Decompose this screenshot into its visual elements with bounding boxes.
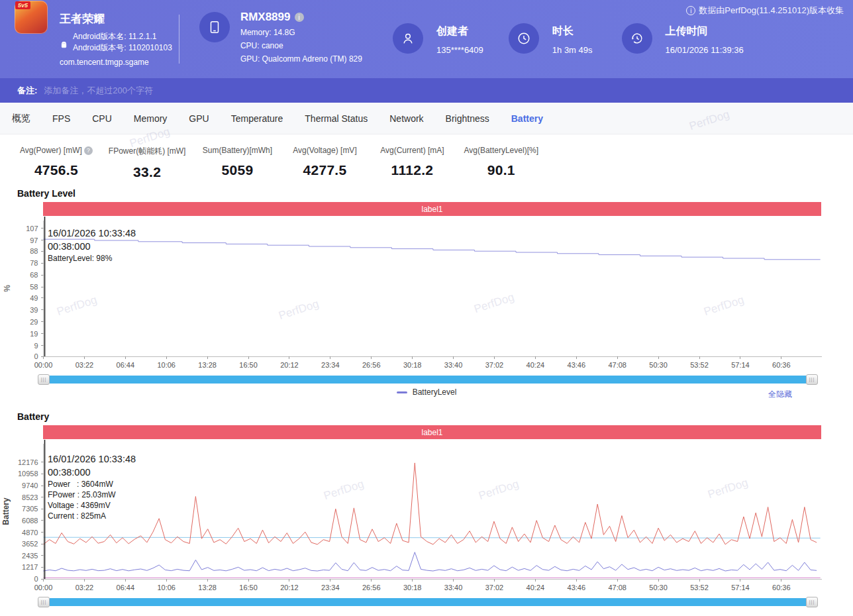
- svg-text:16:50: 16:50: [239, 584, 258, 591]
- header-bar: i 数据由PerfDog(11.4.251012)版本收集 5v5 王者荣耀 A…: [0, 0, 853, 78]
- stat-label: Avg(Voltage) [mV]: [289, 146, 360, 155]
- battery-scrollbar[interactable]: ||| |||: [38, 597, 818, 607]
- svg-text:06:44: 06:44: [117, 584, 135, 591]
- svg-text:10:06: 10:06: [157, 584, 176, 591]
- game-info-section: 5v5 王者荣耀 Android版本名: 11.2.1.1 Android版本号…: [15, 11, 172, 67]
- svg-text:%: %: [3, 285, 12, 292]
- stat-value: 4756.5: [20, 162, 93, 178]
- svg-text:60:36: 60:36: [772, 584, 791, 591]
- svg-text:0: 0: [34, 352, 38, 360]
- svg-text:37:02: 37:02: [485, 584, 504, 591]
- battery-level-scrollbar[interactable]: ||| |||: [38, 374, 818, 385]
- tab-fps[interactable]: FPS: [52, 113, 70, 124]
- device-info-section: RMX8899 i Memory: 14.8G CPU: canoe GPU: …: [199, 12, 362, 64]
- duration-label: 时长: [552, 25, 593, 38]
- svg-text:47:08: 47:08: [608, 361, 627, 369]
- svg-text:19: 19: [30, 330, 38, 338]
- stat-avg-battery-level: Avg(BatteryLevel)[%]90.1: [464, 146, 538, 180]
- svg-text:30:18: 30:18: [403, 361, 422, 369]
- creator-value: 135****6409: [436, 45, 483, 55]
- device-info-icon[interactable]: i: [295, 13, 304, 22]
- scrollbar-left-handle[interactable]: |||: [38, 374, 50, 385]
- game-name: 王者荣耀: [60, 11, 172, 26]
- tab-network[interactable]: Network: [389, 113, 423, 124]
- legend-swatch: [397, 391, 407, 393]
- stat-avg-current: Avg(Current) [mA]1112.2: [376, 146, 448, 180]
- tab-temperature[interactable]: Temperature: [231, 113, 283, 124]
- hide-all-link[interactable]: 全隐藏: [768, 389, 792, 400]
- battery-chart[interactable]: 0121724353652487060887305852397401095812…: [0, 439, 853, 596]
- stat-label: Avg(Power) [mW]?: [20, 146, 93, 155]
- svg-text:78: 78: [30, 259, 38, 267]
- svg-text:88: 88: [30, 247, 38, 255]
- tab-cpu[interactable]: CPU: [92, 113, 112, 124]
- battery-level-section: Battery Level label1 0919293949586878889…: [0, 188, 853, 401]
- legend-item-batterylevel[interactable]: BatteryLevel: [397, 387, 457, 397]
- stat-avg-voltage: Avg(Voltage) [mV]4277.5: [289, 146, 360, 180]
- tab-thermal-status[interactable]: Thermal Status: [305, 113, 368, 124]
- game-badge: 5v5: [15, 1, 30, 9]
- tab-memory[interactable]: Memory: [134, 113, 168, 124]
- note-input[interactable]: 添加备注，不超过200个字符: [44, 85, 153, 97]
- duration-value: 1h 3m 49s: [552, 45, 593, 55]
- svg-text:39: 39: [30, 306, 38, 314]
- svg-text:53:52: 53:52: [690, 361, 709, 369]
- battery-title: Battery: [17, 411, 853, 422]
- svg-text:40:24: 40:24: [527, 361, 545, 369]
- scrollbar-track[interactable]: [50, 376, 806, 384]
- svg-text:03:22: 03:22: [75, 584, 94, 591]
- svg-text:26:56: 26:56: [362, 584, 381, 591]
- svg-text:37:02: 37:02: [485, 361, 504, 369]
- tab-overview[interactable]: 概览: [12, 113, 30, 125]
- device-gpu: GPU: Qualcomm Adreno (TM) 829: [240, 54, 362, 64]
- battery-banner: label1: [43, 425, 821, 439]
- tab-bar: 概览FPSCPUMemoryGPUTemperatureThermal Stat…: [0, 103, 853, 134]
- game-package-name: com.tencent.tmgp.sgame: [60, 58, 172, 67]
- device-memory: Memory: 14.8G: [240, 28, 362, 37]
- android-version-code: Android版本号: 1102010103: [73, 42, 172, 54]
- stat-label: Sum(Battery)[mWh]: [201, 146, 273, 155]
- tab-brightness[interactable]: Brightness: [446, 113, 489, 124]
- svg-text:1217: 1217: [22, 563, 38, 571]
- svg-text:16:50: 16:50: [239, 361, 258, 369]
- scrollbar-right-handle[interactable]: |||: [806, 597, 818, 607]
- tab-battery[interactable]: Battery: [511, 113, 543, 124]
- svg-text:3652: 3652: [22, 540, 38, 548]
- tab-gpu[interactable]: GPU: [189, 113, 209, 124]
- stat-avg-power: Avg(Power) [mW]?4756.5: [20, 146, 93, 180]
- scrollbar-right-handle[interactable]: |||: [806, 374, 818, 385]
- svg-text:10:06: 10:06: [157, 361, 176, 369]
- upload-time-section: 上传时间 16/01/2026 11:39:36: [622, 23, 744, 55]
- scrollbar-left-handle[interactable]: |||: [38, 597, 50, 607]
- battery-level-chart[interactable]: 0919293949586878889710700:0003:2206:4410…: [0, 216, 853, 374]
- stat-value: 4277.5: [289, 162, 360, 178]
- history-icon: [622, 23, 652, 54]
- svg-text:57:14: 57:14: [731, 584, 750, 591]
- svg-text:57:14: 57:14: [731, 361, 750, 369]
- svg-text:50:30: 50:30: [649, 361, 668, 369]
- svg-text:4870: 4870: [22, 529, 38, 537]
- svg-text:8523: 8523: [22, 493, 38, 501]
- svg-text:68: 68: [30, 271, 38, 279]
- upload-time-value: 16/01/2026 11:39:36: [666, 45, 744, 55]
- battery-level-legend: BatteryLevel: [0, 387, 853, 397]
- device-model: RMX8899: [240, 11, 291, 24]
- svg-text:00:00: 00:00: [34, 361, 53, 369]
- scrollbar-track[interactable]: [50, 598, 806, 606]
- device-cpu: CPU: canoe: [240, 41, 362, 50]
- stat-sum-battery: Sum(Battery)[mWh]5059: [201, 146, 273, 180]
- help-icon[interactable]: ?: [84, 146, 93, 155]
- svg-text:20:12: 20:12: [280, 584, 299, 591]
- svg-text:7305: 7305: [22, 505, 38, 513]
- svg-text:9740: 9740: [22, 482, 38, 489]
- svg-text:30:18: 30:18: [403, 584, 422, 591]
- svg-text:33:40: 33:40: [444, 361, 463, 369]
- svg-text:06:44: 06:44: [117, 361, 135, 369]
- svg-text:49: 49: [30, 294, 38, 302]
- svg-text:00:00: 00:00: [34, 584, 53, 591]
- stat-value: 5059: [201, 162, 273, 178]
- battery-section: Battery label1 0121724353652487060887305…: [0, 411, 853, 607]
- creator-label: 创建者: [436, 25, 483, 38]
- stat-value: 90.1: [464, 162, 538, 178]
- battery-level-banner: label1: [43, 202, 821, 216]
